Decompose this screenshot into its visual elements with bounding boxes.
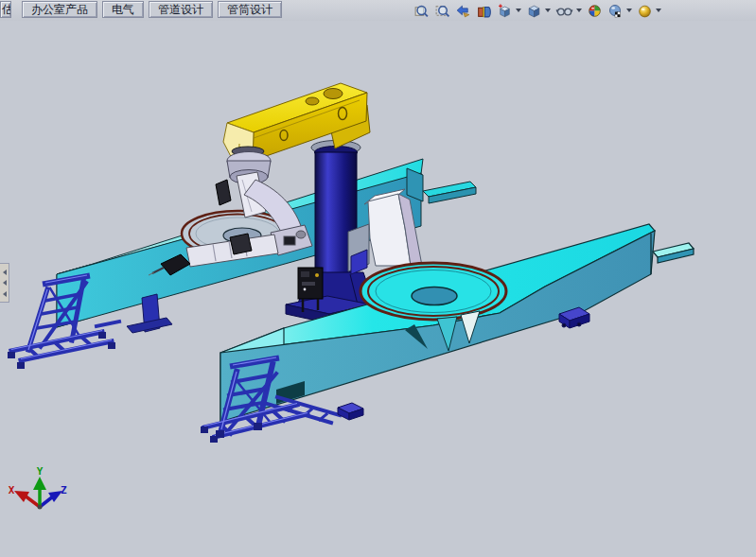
display-style-button[interactable] [525, 1, 552, 20]
zoom-to-fit-icon [413, 3, 430, 19]
view-settings-icon [637, 3, 653, 19]
section-view-button[interactable] [475, 1, 493, 20]
edit-appearance-button[interactable] [586, 1, 604, 20]
triad-z-label: Z [61, 484, 67, 496]
view-orientation-icon [497, 3, 513, 19]
edit-appearance-icon [587, 3, 603, 19]
previous-view-button[interactable] [454, 1, 472, 20]
tab-partial[interactable]: 估 [0, 1, 11, 18]
tab-partial-label: 估 [2, 3, 11, 16]
model-viewport[interactable]: X Y Z [0, 21, 756, 557]
command-toolbar: 估 办公室产品 电气 管道设计 管筒设计 [0, 0, 756, 22]
previous-view-icon [455, 3, 471, 19]
command-tabs: 估 办公室产品 电气 管道设计 管筒设计 [0, 1, 282, 18]
display-style-icon [526, 3, 542, 19]
hide-show-items-icon [555, 3, 573, 19]
graphics-viewport[interactable]: X Y Z [0, 21, 756, 557]
tab-piping-design[interactable]: 管道设计 [149, 1, 213, 18]
triad-x-label: X [9, 484, 15, 496]
collapse-left-arrow-icon [3, 291, 7, 297]
hide-show-items-button[interactable] [554, 1, 583, 20]
display-style-dropdown-arrow [545, 9, 551, 12]
apply-scene-dropdown-arrow [626, 9, 632, 12]
tab-electrical[interactable]: 电气 [102, 1, 144, 18]
view-orientation-button[interactable] [496, 1, 522, 20]
apply-scene-icon [607, 3, 624, 19]
tab-office-products[interactable]: 办公室产品 [22, 1, 97, 18]
tab-tubing-design[interactable]: 管筒设计 [218, 1, 282, 18]
view-orientation-dropdown-arrow [516, 9, 521, 12]
apply-scene-button[interactable] [607, 1, 633, 20]
panel-splitter-collapse-button[interactable] [0, 263, 9, 303]
heads-up-view-toolbar [413, 1, 662, 20]
hide-show-items-dropdown-arrow [576, 9, 582, 12]
collapse-left-arrow-icon [3, 280, 7, 286]
section-view-icon [476, 3, 492, 19]
zoom-to-area-button[interactable] [433, 1, 451, 20]
zoom-to-area-icon [434, 3, 450, 19]
zoom-to-fit-button[interactable] [413, 1, 431, 20]
view-settings-button[interactable] [636, 1, 662, 20]
view-settings-dropdown-arrow [656, 9, 661, 12]
triad-y-label: Y [37, 465, 44, 478]
collapse-left-arrow-icon [3, 270, 7, 275]
